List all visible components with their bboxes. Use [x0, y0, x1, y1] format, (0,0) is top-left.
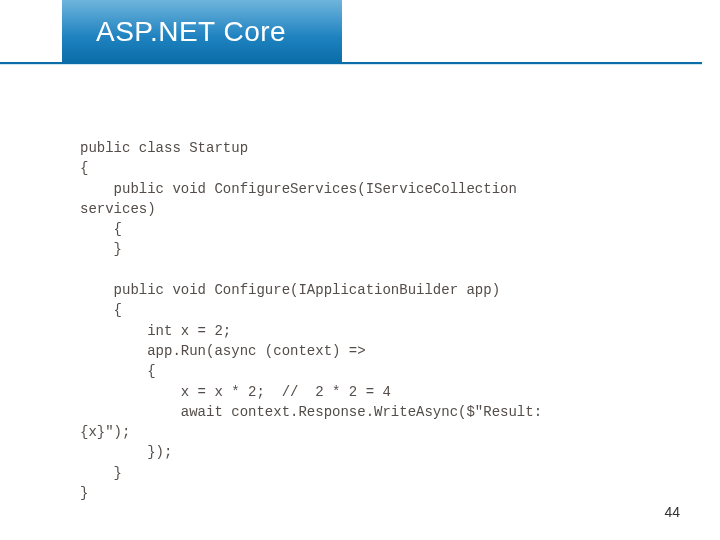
code-block: public class Startup { public void Confi…: [80, 138, 640, 503]
page-number: 44: [664, 504, 680, 520]
slide: ASP.NET Core public class Startup { publ…: [0, 0, 720, 540]
slide-header: ASP.NET Core: [0, 0, 720, 64]
page-title: ASP.NET Core: [96, 16, 286, 48]
header-rule-thin: [0, 64, 702, 65]
